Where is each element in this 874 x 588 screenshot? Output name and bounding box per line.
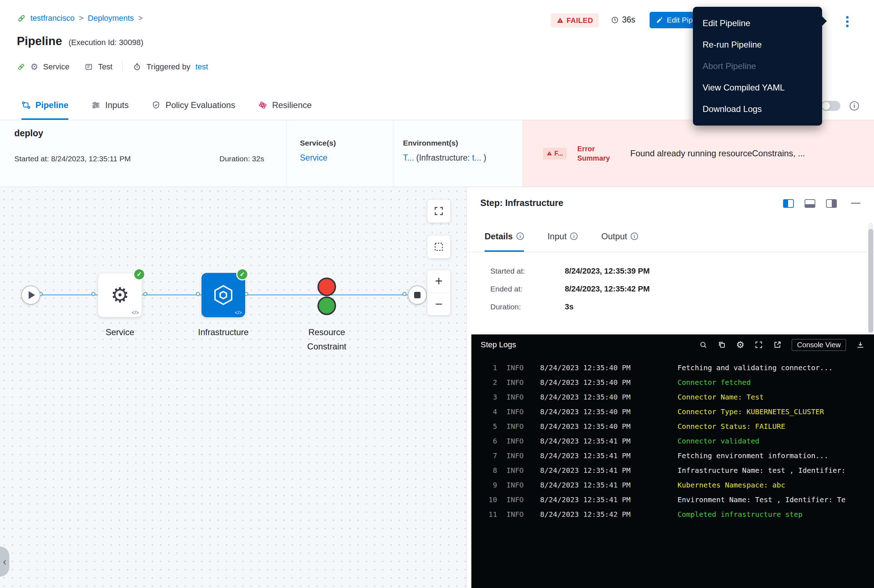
- node-infrastructure[interactable]: ✓ </>: [202, 273, 245, 317]
- ended-at-label: Ended at:: [490, 285, 565, 293]
- stage-duration-value: 32s: [252, 154, 264, 163]
- marquee-select-button[interactable]: [427, 235, 451, 259]
- tab-input-label: Input: [548, 231, 567, 242]
- tab-output[interactable]: Output i: [601, 222, 638, 252]
- breadcrumb: testfrancisco > Deployments >: [17, 14, 143, 23]
- breadcrumb-deployments-link[interactable]: Deployments: [88, 14, 134, 23]
- zoom-in-button[interactable]: +: [427, 270, 450, 293]
- gear-icon: ⚙: [111, 285, 129, 306]
- pipeline-execution-page: testfrancisco > Deployments > Pipeline (…: [0, 0, 874, 588]
- log-line: 11INFO8/24/2023 12:35:42 PMCompleted inf…: [475, 507, 874, 522]
- download-icon[interactable]: [856, 340, 865, 349]
- marquee-icon: [433, 242, 444, 252]
- environment-link[interactable]: T...: [403, 153, 414, 162]
- menu-item-view-compiled-yaml[interactable]: View Compiled YAML: [693, 77, 822, 98]
- end-node[interactable]: [408, 285, 427, 305]
- pipeline-graph-canvas[interactable]: ⚙ ✓ </> Service ✓ </> Infrastructure Res…: [0, 187, 466, 588]
- ended-at-value: 8/24/2023, 12:35:42 PM: [565, 284, 650, 294]
- stage-started-value: 8/24/2023, 12:35:11 PM: [51, 154, 131, 163]
- resilience-icon: [258, 100, 267, 110]
- success-check-icon: ✓: [133, 268, 145, 280]
- more-options-kebab-icon[interactable]: [842, 14, 853, 29]
- step-details-panel: Step: Infrastructure — Details i Input i…: [466, 187, 874, 588]
- scrollbar-thumb[interactable]: [868, 229, 873, 333]
- fullscreen-icon[interactable]: [754, 340, 763, 349]
- service-link[interactable]: Service: [300, 153, 328, 162]
- environments-label: Environment(s): [403, 139, 458, 147]
- split-view-icon[interactable]: [783, 199, 794, 208]
- stage-started-label: Started at:: [14, 154, 49, 163]
- breadcrumb-separator: >: [138, 14, 143, 23]
- log-line: 2INFO8/24/2023 12:35:40 PMConnector fetc…: [475, 375, 874, 390]
- start-node[interactable]: [21, 285, 41, 305]
- collapse-panel-button[interactable]: —: [851, 197, 860, 208]
- step-details-body: Started at: 8/24/2023, 12:35:39 PM Ended…: [490, 267, 650, 320]
- log-line: 7INFO8/24/2023 12:35:41 PMFetching envir…: [475, 448, 874, 463]
- node-service-label: Service: [98, 325, 142, 339]
- log-line: 6INFO8/24/2023 12:35:41 PMConnector vali…: [475, 434, 874, 448]
- gear-icon: ⚙: [30, 63, 38, 71]
- infrastructure-link[interactable]: t...: [472, 153, 481, 162]
- step-panel-title: Step: Infrastructure: [480, 198, 563, 208]
- info-icon[interactable]: i: [630, 232, 638, 240]
- info-icon[interactable]: i: [516, 232, 524, 240]
- stage-summary-bar: deploy Started at: 8/24/2023, 12:35:11 P…: [0, 120, 874, 187]
- triggered-by-label: Triggered by: [146, 62, 190, 72]
- bottom-view-icon[interactable]: [805, 199, 815, 208]
- console-view-button[interactable]: Console View: [792, 339, 846, 351]
- zoom-out-button[interactable]: −: [427, 293, 450, 315]
- log-line: 9INFO8/24/2023 12:35:41 PMKubernetes Nam…: [475, 477, 874, 492]
- breadcrumb-separator: >: [79, 14, 84, 23]
- traffic-light-red-icon: [317, 278, 336, 296]
- stage-name[interactable]: deploy: [14, 128, 43, 138]
- menu-item-download-logs[interactable]: Download Logs: [693, 98, 822, 120]
- edge-connector-dot: [402, 292, 406, 296]
- node-resource-constraint[interactable]: [317, 278, 336, 315]
- breadcrumb-project-link[interactable]: testfrancisco: [30, 14, 75, 23]
- copy-icon[interactable]: [718, 340, 726, 349]
- search-icon[interactable]: [699, 340, 708, 349]
- log-settings-gear-icon[interactable]: ⚙: [736, 340, 745, 350]
- triggered-by-user-link[interactable]: test: [196, 62, 208, 72]
- tab-pipeline[interactable]: Pipeline: [21, 92, 68, 120]
- tab-input[interactable]: Input i: [548, 222, 578, 252]
- tab-resilience[interactable]: Resilience: [258, 92, 312, 120]
- tab-inputs[interactable]: Inputs: [91, 92, 128, 120]
- clock-icon: [611, 16, 619, 24]
- info-icon[interactable]: i: [850, 101, 859, 111]
- detail-row-ended: Ended at: 8/24/2023, 12:35:42 PM: [490, 284, 650, 294]
- tab-details[interactable]: Details i: [484, 222, 524, 252]
- chain-link-icon: [17, 63, 26, 71]
- env-infra-suffix: ): [483, 153, 486, 162]
- started-at-label: Started at:: [490, 267, 565, 275]
- node-infrastructure-label: Infrastructure: [181, 325, 266, 339]
- menu-item-edit-pipeline[interactable]: Edit Pipeline: [693, 12, 822, 34]
- step-logs-body[interactable]: 1INFO8/24/2023 12:35:40 PMFetching and v…: [471, 360, 874, 588]
- success-check-icon: ✓: [236, 268, 248, 280]
- elapsed-time-value: 36s: [622, 15, 635, 25]
- tab-policy-evaluations[interactable]: Policy Evaluations: [151, 92, 235, 120]
- divider: [393, 120, 393, 187]
- menu-item-rerun-pipeline[interactable]: Re-run Pipeline: [693, 34, 822, 56]
- fit-to-screen-button[interactable]: [427, 199, 451, 223]
- error-summary-panel: F... Error Summary Found already running…: [522, 120, 874, 187]
- menu-item-abort-pipeline: Abort Pipeline: [693, 56, 822, 77]
- step-detail-tabs: Details i Input i Output i: [467, 222, 874, 252]
- log-line: 1INFO8/24/2023 12:35:40 PMFetching and v…: [475, 360, 874, 375]
- detail-row-started: Started at: 8/24/2023, 12:35:39 PM: [490, 267, 650, 276]
- expand-left-panel-chevron[interactable]: ‹: [0, 546, 9, 576]
- page-title: Pipeline: [17, 34, 62, 48]
- open-in-new-icon[interactable]: [773, 340, 782, 349]
- right-view-icon[interactable]: [826, 199, 837, 208]
- content-area: ⚙ ✓ </> Service ✓ </> Infrastructure Res…: [0, 187, 874, 588]
- edge-connector-dot: [91, 292, 96, 296]
- tab-details-label: Details: [484, 231, 513, 242]
- play-icon: [29, 291, 35, 299]
- info-icon[interactable]: i: [570, 232, 578, 240]
- template-code-badge: </>: [235, 310, 242, 315]
- title-row: Pipeline (Execution Id: 30098): [17, 34, 143, 48]
- debug-toggle[interactable]: [821, 101, 840, 111]
- elapsed-time: 36s: [611, 15, 635, 25]
- node-service[interactable]: ⚙ ✓ </>: [98, 273, 142, 317]
- edge-connector-dot: [143, 292, 147, 296]
